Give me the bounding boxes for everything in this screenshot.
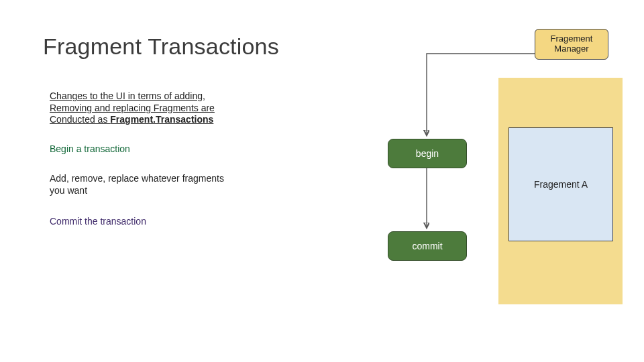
fragment-manager-label: Fragement Manager	[535, 34, 608, 54]
desc-line3-bold: Fragment.Transactions	[110, 114, 213, 125]
fragment-card: Fragement A	[508, 127, 613, 241]
desc-line1: Changes to the UI in terms of adding,	[50, 90, 205, 101]
step-modify-l1: Add, remove, replace whatever fragments	[50, 173, 224, 184]
commit-node: commit	[388, 231, 467, 261]
step-modify-text: Add, remove, replace whatever fragments …	[50, 173, 224, 196]
begin-node-label: begin	[416, 148, 439, 159]
slide-stage: Fragment Transactions Changes to the UI …	[0, 0, 644, 362]
commit-node-label: commit	[412, 241, 442, 251]
step-begin-text: Begin a transaction	[50, 143, 130, 156]
fragment-card-label: Fragement A	[534, 179, 588, 190]
fragment-manager-header: Fragement Manager	[535, 29, 608, 60]
description-block: Changes to the UI in terms of adding, Re…	[50, 90, 215, 126]
begin-node: begin	[388, 139, 467, 168]
step-modify-l2: you want	[50, 185, 87, 196]
desc-line3-prefix: Conducted as	[50, 114, 110, 125]
desc-line2: Removing and replacing Fragments are	[50, 103, 215, 113]
slide-title: Fragment Transactions	[43, 34, 279, 60]
step-commit-text: Commit the transaction	[50, 216, 146, 228]
